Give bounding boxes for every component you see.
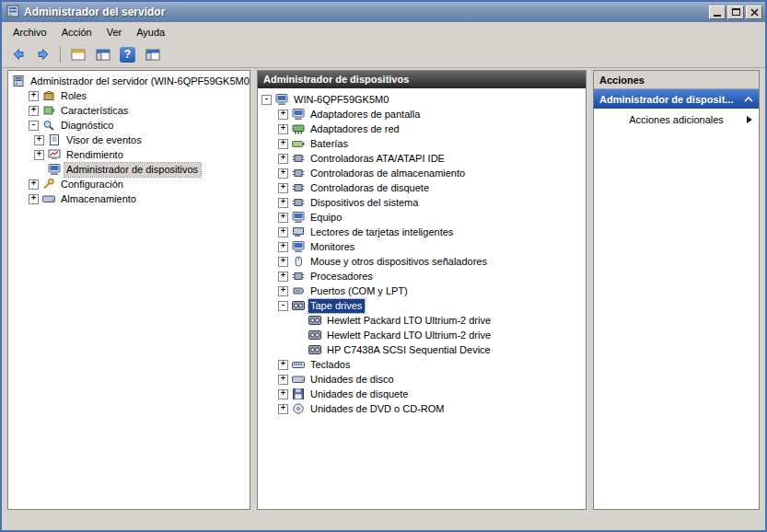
expander[interactable]: + [278, 183, 288, 193]
device-item-tape-drive-3[interactable]: HP C7438A SCSI Sequential Device [258, 342, 586, 357]
device-category-floppy-controllers[interactable]: + Controladoras de disquete [258, 180, 586, 195]
computer-icon [292, 212, 305, 223]
monitor-icon [292, 241, 305, 252]
expander[interactable]: + [29, 194, 39, 204]
expander[interactable]: + [278, 154, 288, 164]
device-category-batteries[interactable]: + Baterías [258, 136, 586, 151]
tree-item-caracteristicas[interactable]: + Características [8, 103, 250, 118]
tree-item-administrador-de-dispositivos[interactable]: Administrador de dispositivos [8, 162, 250, 177]
device-tree-root[interactable]: - WIN-6QPF59GK5M0 [258, 92, 586, 107]
device-category-network-adapters[interactable]: + Adaptadores de red [258, 121, 586, 136]
expander[interactable]: - [261, 95, 272, 105]
mouse-icon [292, 256, 305, 267]
device-item-tape-drive-1[interactable]: Hewlett Packard LTO Ultrium-2 drive [258, 313, 586, 328]
device-category-monitors[interactable]: + Monitores [258, 239, 586, 254]
more-actions-item[interactable]: Acciones adicionales [594, 109, 759, 131]
expander[interactable]: + [278, 110, 288, 120]
main-area: Administrador del servidor (WIN-6QPF59GK… [2, 68, 765, 510]
smartcard-reader-icon [292, 226, 305, 237]
show-hide-console-tree-button[interactable] [91, 43, 114, 65]
actions-group-header[interactable]: Administrador de disposit... [594, 89, 759, 109]
disk-drive-icon [292, 374, 305, 385]
export-list-button[interactable] [66, 43, 89, 65]
tree-item-configuracion[interactable]: + Configuración [8, 177, 250, 191]
device-category-floppy-drives[interactable]: + Unidades de disquete [258, 387, 586, 401]
device-category-ports[interactable]: + Puertos (COM y LPT) [258, 283, 586, 298]
storage-icon [42, 193, 55, 204]
expander[interactable]: + [278, 272, 288, 282]
device-category-tape-drives[interactable]: - Tape drives [258, 298, 586, 313]
toolbar-separator [60, 46, 61, 63]
expander[interactable]: + [278, 375, 288, 385]
device-category-smartcard-readers[interactable]: + Lectores de tarjetas inteligentes [258, 225, 586, 239]
expander[interactable]: + [278, 360, 288, 370]
device-category-display-adapters[interactable]: + Adaptadores de pantalla [258, 107, 586, 121]
processor-icon [292, 271, 305, 282]
expander[interactable]: + [278, 404, 288, 414]
menu-ayuda[interactable]: Ayuda [129, 24, 172, 40]
device-tree: - WIN-6QPF59GK5M0 + Adaptadores de panta… [258, 88, 586, 509]
expander[interactable]: + [29, 179, 39, 190]
title-bar[interactable]: Administrador del servidor [2, 2, 765, 22]
tree-item-roles[interactable]: + Roles [8, 88, 250, 103]
expander[interactable]: + [278, 389, 288, 399]
device-category-mice[interactable]: + Mouse y otros dispositivos señaladores [258, 254, 586, 269]
expander[interactable]: + [278, 168, 288, 179]
menu-accion[interactable]: Acción [54, 24, 99, 40]
minimize-button[interactable] [709, 6, 726, 19]
expander[interactable]: + [278, 257, 288, 267]
actions-pane: Acciones Administrador de disposit... Ac… [593, 70, 760, 510]
device-category-dvd-cdrom-drives[interactable]: + Unidades de DVD o CD-ROM [258, 401, 586, 416]
action-pane-icon [145, 48, 160, 62]
tree-item-visor-de-eventos[interactable]: + Visor de eventos [8, 133, 250, 147]
expander[interactable]: + [278, 286, 288, 296]
back-button[interactable] [6, 43, 29, 65]
device-item-tape-drive-2[interactable]: Hewlett Packard LTO Ultrium-2 drive [258, 328, 586, 342]
chevron-up-icon [744, 97, 753, 102]
tree-item-almacenamiento[interactable]: + Almacenamiento [8, 191, 250, 206]
forward-button[interactable] [31, 43, 54, 65]
tape-drive-icon [308, 330, 321, 341]
device-category-computer[interactable]: + Equipo [258, 210, 586, 225]
device-category-disk-drives[interactable]: + Unidades de disco [258, 372, 586, 387]
device-category-keyboards[interactable]: + Teclados [258, 357, 586, 372]
device-category-system-devices[interactable]: + Dispositivos del sistema [258, 195, 586, 210]
expander[interactable]: + [278, 227, 288, 237]
expander[interactable]: + [29, 106, 39, 116]
show-hide-action-pane-button[interactable] [141, 43, 164, 65]
menu-bar: Archivo Acción Ver Ayuda [2, 22, 765, 41]
back-arrow-icon [11, 47, 26, 62]
server-manager-window: Administrador del servidor Archivo Acció… [0, 0, 767, 532]
keyboard-icon [292, 359, 305, 370]
expander[interactable]: + [29, 91, 39, 101]
server-manager-icon [6, 5, 20, 19]
more-actions-label: Acciones adicionales [629, 114, 724, 125]
expander[interactable]: + [278, 139, 288, 149]
maximize-button[interactable] [727, 6, 744, 19]
expander[interactable]: + [278, 213, 288, 223]
computer-icon [275, 94, 288, 105]
device-category-processors[interactable]: + Procesadores [258, 269, 586, 283]
expander[interactable]: + [34, 150, 44, 160]
display-adapter-icon [292, 109, 305, 120]
expander[interactable]: - [278, 301, 288, 311]
tree-item-root[interactable]: Administrador del servidor (WIN-6QPF59GK… [8, 74, 250, 88]
expander[interactable]: - [29, 121, 39, 131]
tree-item-rendimiento[interactable]: + Rendimiento [8, 147, 250, 162]
menu-archivo[interactable]: Archivo [6, 24, 54, 40]
help-button[interactable]: ? [116, 43, 139, 65]
tree-item-diagnostico[interactable]: - Diagnóstico [8, 118, 250, 133]
menu-ver[interactable]: Ver [99, 24, 130, 40]
event-viewer-icon [48, 134, 61, 145]
network-adapter-icon [292, 123, 305, 134]
expander[interactable]: + [278, 124, 288, 134]
expander[interactable]: + [278, 242, 288, 252]
device-category-storage-controllers[interactable]: + Controladoras de almacenamiento [258, 166, 586, 180]
expander[interactable]: + [278, 198, 288, 208]
device-category-ide-controllers[interactable]: + Controladoras ATA/ATAPI IDE [258, 151, 586, 166]
close-button[interactable] [746, 6, 762, 19]
console-tree-icon [96, 48, 110, 62]
performance-icon [48, 149, 61, 160]
expander[interactable]: + [34, 135, 44, 145]
dvd-drive-icon [292, 403, 305, 414]
